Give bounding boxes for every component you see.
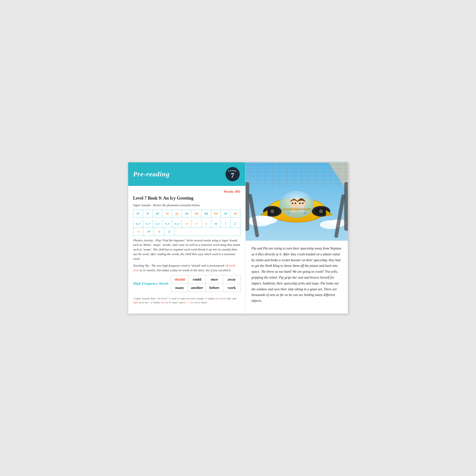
phonics-ue: u_e xyxy=(172,220,182,227)
hfw-grid: should could once away many another befo… xyxy=(171,275,240,292)
phonics-empty xyxy=(175,228,240,235)
phonics-row-1: er ir ur oi oy oo oo ou ow ar or xyxy=(133,210,240,217)
phonics-oe: o_e xyxy=(162,220,172,227)
phonics-row-2: a_e e_e i_e o_e u_e a e y ey i y* xyxy=(133,220,240,228)
phonics-u: u xyxy=(154,228,165,235)
teaching-tip-phoneme2: /oo/ xyxy=(134,269,139,272)
hfw-row-2: many another before work xyxy=(171,284,240,292)
footnote-ee: /ee/ xyxy=(216,297,220,300)
phonics-cell-oo2: oo xyxy=(192,210,202,217)
hfw-many: many xyxy=(171,284,188,292)
phonics-cell-oi: oi xyxy=(162,210,172,217)
story-text: Pip and Pat are trying to turn their spa… xyxy=(246,241,348,309)
hfw-section: High Frequency Words should could once a… xyxy=(133,275,240,292)
footnote-oo: /oo/ xyxy=(161,301,165,304)
phonics-e: e xyxy=(192,220,202,227)
svg-rect-45 xyxy=(282,208,311,210)
phonics-i: i xyxy=(221,220,231,227)
header-title: Pre-reading xyxy=(133,170,170,178)
story-svg xyxy=(246,162,348,241)
hfw-another: another xyxy=(188,284,206,292)
phonics-cell-ir: ir xyxy=(143,210,153,217)
left-panel: Pre-reading LEVEL 7 Words: 891 Level 7 B… xyxy=(128,162,246,314)
header-bar: Pre-reading LEVEL 7 xyxy=(128,162,245,186)
hfw-once: once xyxy=(206,275,223,284)
teaching-tip-suffix: as in 'wood'). Pat makes a play on words… xyxy=(139,269,231,272)
phonics-cell-oy: oy xyxy=(172,210,182,217)
svg-point-46 xyxy=(287,212,289,215)
phonics-cell-ur: ur xyxy=(153,210,163,217)
svg-point-44 xyxy=(302,203,304,204)
phonics-o: o xyxy=(133,228,144,235)
svg-rect-25 xyxy=(246,182,249,231)
svg-rect-26 xyxy=(344,182,348,231)
svg-point-32 xyxy=(271,209,274,213)
right-panel: Pip and Pat are trying to turn their spa… xyxy=(246,162,348,314)
words-value: 891 xyxy=(235,190,240,193)
story-image xyxy=(246,162,348,241)
level-number: 7 xyxy=(231,172,235,179)
teaching-tip: Teaching Tip - The new high frequency wo… xyxy=(128,263,245,275)
phonics-cell-ar: ar xyxy=(221,210,231,217)
phonics-ystar: y* xyxy=(231,220,240,227)
phonics-cell-ou: ou xyxy=(202,210,211,217)
svg-point-47 xyxy=(304,212,306,215)
footnote-igh: /igh/ xyxy=(133,301,138,304)
svg-point-40 xyxy=(295,203,296,204)
footnote: * Super Sounds Note - In Level 7 'y' and… xyxy=(128,294,245,305)
hfw-row-1: should could once away xyxy=(171,275,240,284)
phonics-grid-row2: a_e e_e i_e o_e u_e a e y ey i y* o oe u… xyxy=(133,220,240,236)
hfw-work: work xyxy=(223,284,240,292)
phonics-ae: a_e xyxy=(133,220,143,227)
page-container: Pre-reading LEVEL 7 Words: 891 Level 7 B… xyxy=(128,162,348,314)
svg-point-43 xyxy=(299,203,301,204)
phonics-y: y xyxy=(202,220,211,227)
phonics-cell-or: or xyxy=(231,210,240,217)
phonics-grid-row1: er ir ur oi oy oo oo ou ow ar or xyxy=(133,210,240,218)
book-title: Level 7 Book 9: An Icy Greeting xyxy=(128,196,245,201)
activity-text: Phonics Activity - Play 'Find the Impost… xyxy=(128,236,245,264)
phonics-a: a xyxy=(182,220,192,227)
phonics-row-3: o oe u u* xyxy=(133,228,240,235)
footnote-yoo: /y/ + /oo/ xyxy=(184,301,194,304)
svg-point-35 xyxy=(319,209,323,213)
phonics-cell-ow: ow xyxy=(211,210,221,217)
hfw-label: High Frequency Words xyxy=(133,275,168,292)
phonics-ee: e_e xyxy=(143,220,153,227)
phonics-cell-oo1: oo xyxy=(182,210,192,217)
hfw-could: could xyxy=(188,275,206,284)
phonics-ie: i_e xyxy=(153,220,163,227)
phonics-subtitle: Super Sounds - Revise the phonemes (soun… xyxy=(128,203,245,207)
hfw-should: should xyxy=(171,275,188,284)
phonics-ustar: u* xyxy=(165,228,175,235)
teaching-tip-prefix: Teaching Tip - The new high frequency wo… xyxy=(133,264,225,267)
phonics-oe2: oe xyxy=(144,228,154,235)
words-prefix: Words: xyxy=(223,190,235,193)
hfw-away: away xyxy=(223,275,240,284)
phonics-cell-er: er xyxy=(133,210,143,217)
svg-point-39 xyxy=(292,203,293,204)
hfw-before: before xyxy=(206,284,223,292)
level-badge: LEVEL 7 xyxy=(225,166,240,182)
phonics-ey: ey xyxy=(211,220,221,227)
words-count: Words: 891 xyxy=(128,190,245,194)
